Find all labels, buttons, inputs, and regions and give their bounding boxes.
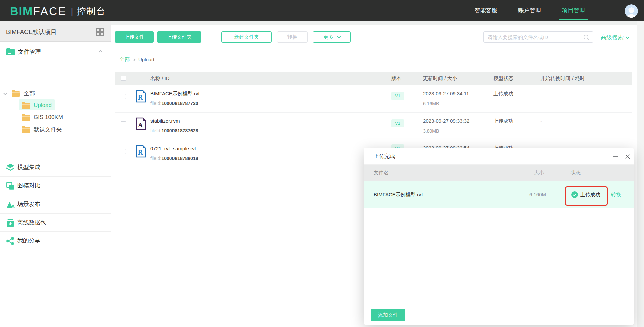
search-icon[interactable] bbox=[583, 34, 590, 41]
logo-console-text: 控制台 bbox=[77, 5, 106, 17]
success-check-icon bbox=[571, 191, 578, 198]
tree-node-label: GIS 100KM bbox=[34, 114, 63, 121]
offline-package-icon bbox=[6, 219, 15, 227]
convert-button[interactable]: 转换 bbox=[277, 31, 308, 43]
minimize-icon[interactable] bbox=[612, 154, 618, 160]
nav-account-management[interactable]: 账户管理 bbox=[516, 0, 543, 21]
uploaded-file-row[interactable]: BIMFACE示例模型.rvt 6.160M 上传成功 转换 bbox=[364, 181, 634, 208]
tree-node-upload[interactable]: Upload bbox=[21, 99, 107, 111]
sidebar-item-label: 图模对比 bbox=[17, 182, 40, 189]
upload-complete-dialog: 上传完成 文件名 大小 状态 BIMFACE示例模型.rvt 6.160M 上传… bbox=[364, 148, 634, 325]
search-input[interactable] bbox=[488, 32, 578, 42]
sidebar-item-offline-data-package[interactable]: 离线数据包 bbox=[0, 214, 111, 232]
breadcrumb: 全部 Upload bbox=[119, 56, 154, 63]
chevron-right-icon bbox=[133, 58, 135, 61]
folder-orange-icon bbox=[11, 90, 20, 97]
model-status: 上传成功 bbox=[493, 118, 513, 124]
close-icon[interactable] bbox=[625, 154, 631, 160]
file-id: fileId:10000818787628 bbox=[150, 128, 198, 133]
select-all-checkbox[interactable] bbox=[121, 76, 126, 81]
uploaded-file-name: BIMFACE示例模型.rvt bbox=[374, 192, 423, 198]
table-row[interactable]: A stabilizer.rvm fileId:10000818787628 V… bbox=[115, 113, 632, 140]
advanced-search-link[interactable]: 高级搜索 bbox=[601, 34, 629, 41]
folder-orange-icon bbox=[21, 126, 30, 133]
file-size: 6.16MB bbox=[423, 101, 439, 106]
nav-project-management[interactable]: 项目管理 bbox=[560, 0, 587, 21]
project-title: BIMFACE默认项目 bbox=[6, 28, 57, 36]
row-checkbox[interactable] bbox=[121, 149, 126, 154]
more-button[interactable]: 更多 bbox=[313, 31, 351, 43]
column-header-version: 版本 bbox=[391, 75, 401, 82]
new-folder-button[interactable]: 新建文件夹 bbox=[221, 31, 272, 43]
divider bbox=[364, 304, 634, 304]
sidebar-item-label: 我的分享 bbox=[17, 237, 40, 244]
breadcrumb-current: Upload bbox=[138, 57, 154, 62]
nav-smart-service[interactable]: 智能客服 bbox=[473, 0, 499, 21]
sidebar-item-label: 场景发布 bbox=[17, 200, 40, 208]
dialog-column-status: 状态 bbox=[571, 170, 581, 176]
updated-time: 2023-09-27 09:34:11 bbox=[423, 91, 469, 96]
dialog-title: 上传完成 bbox=[374, 153, 395, 160]
folder-green-icon bbox=[6, 48, 15, 56]
sidebar-item-model-integration[interactable]: 模型集成 bbox=[0, 158, 111, 177]
share-icon bbox=[6, 237, 15, 246]
updated-time: 2023-09-27 09:33:32 bbox=[423, 118, 469, 124]
dialog-column-size: 大小 bbox=[534, 170, 544, 176]
grid-view-icon[interactable] bbox=[96, 28, 104, 36]
add-file-button[interactable]: 添加文件 bbox=[371, 309, 405, 321]
column-header-model-status: 模型状态 bbox=[493, 75, 513, 82]
scene-publish-icon bbox=[6, 200, 15, 209]
search-box bbox=[483, 31, 593, 43]
table-row[interactable]: R BIMFACE示例模型.rvt fileId:10000818787720 … bbox=[115, 85, 632, 113]
sidebar-item-scene-publish[interactable]: 场景发布 bbox=[0, 195, 111, 214]
project-header: BIMFACE默认项目 bbox=[0, 21, 111, 42]
layers-icon bbox=[6, 163, 15, 172]
sidebar-item-my-shares[interactable]: 我的分享 bbox=[0, 232, 111, 250]
sidebar-item-file-management[interactable]: 文件管理 bbox=[0, 42, 111, 62]
chevron-down-icon[interactable] bbox=[3, 91, 7, 95]
uploaded-file-size: 6.160M bbox=[529, 192, 546, 197]
upload-file-button[interactable]: 上传文件 bbox=[115, 31, 154, 43]
nav-active-underline bbox=[559, 19, 588, 20]
svg-text:R: R bbox=[138, 94, 143, 101]
sidebar-item-drawing-model-compare[interactable]: 图模对比 bbox=[0, 177, 111, 195]
dialog-title-bar: 上传完成 bbox=[364, 148, 634, 165]
version-badge: V1 bbox=[391, 119, 404, 127]
file-name: 0721_rvt_sample.rvt bbox=[150, 146, 196, 151]
upload-status-label: 上传成功 bbox=[580, 192, 600, 198]
row-checkbox[interactable] bbox=[121, 94, 126, 99]
column-header-updated-size: 更新时间 / 大小 bbox=[423, 75, 457, 82]
scrollbar-track[interactable] bbox=[637, 21, 644, 327]
sidebar-item-label: 模型集成 bbox=[17, 163, 40, 171]
compare-icon bbox=[6, 182, 15, 190]
advanced-search-label: 高级搜索 bbox=[601, 34, 624, 41]
dialog-column-file-name: 文件名 bbox=[374, 170, 389, 176]
column-header-convert-time: 开始转换时间 / 耗时 bbox=[540, 75, 585, 82]
upload-folder-button[interactable]: 上传文件夹 bbox=[157, 31, 201, 43]
revit-file-icon: R bbox=[136, 145, 146, 158]
logo-face-text: FACE bbox=[33, 5, 67, 18]
sidebar-item-label: 文件管理 bbox=[18, 48, 41, 56]
tree-node-gis-100km[interactable]: GIS 100KM bbox=[21, 111, 107, 123]
file-id: fileId:10000818787720 bbox=[150, 101, 198, 106]
tree-node-all[interactable]: 全部 bbox=[3, 87, 107, 99]
svg-text:R: R bbox=[138, 149, 143, 156]
more-button-label: 更多 bbox=[323, 34, 333, 40]
version-badge: V1 bbox=[391, 92, 404, 100]
convert-time-value: - bbox=[540, 91, 542, 96]
divider bbox=[0, 250, 111, 250]
user-avatar[interactable] bbox=[625, 4, 638, 18]
tree-node-label: Upload bbox=[34, 102, 52, 109]
chevron-down-icon bbox=[626, 35, 629, 39]
collapse-chevron-up-icon[interactable] bbox=[99, 50, 102, 54]
bimface-logo: BIMFACE | 控制台 bbox=[10, 5, 106, 18]
convert-link[interactable]: 转换 bbox=[611, 192, 621, 198]
convert-time-value: - bbox=[540, 118, 542, 124]
file-id: fileId:10000818788018 bbox=[150, 156, 198, 161]
revit-file-icon: R bbox=[136, 90, 146, 103]
model-status: 上传成功 bbox=[493, 91, 513, 97]
file-size: 3.80MB bbox=[423, 128, 439, 134]
row-checkbox[interactable] bbox=[121, 121, 126, 126]
breadcrumb-root[interactable]: 全部 bbox=[119, 56, 130, 63]
tree-node-default-folder[interactable]: 默认文件夹 bbox=[21, 123, 107, 135]
